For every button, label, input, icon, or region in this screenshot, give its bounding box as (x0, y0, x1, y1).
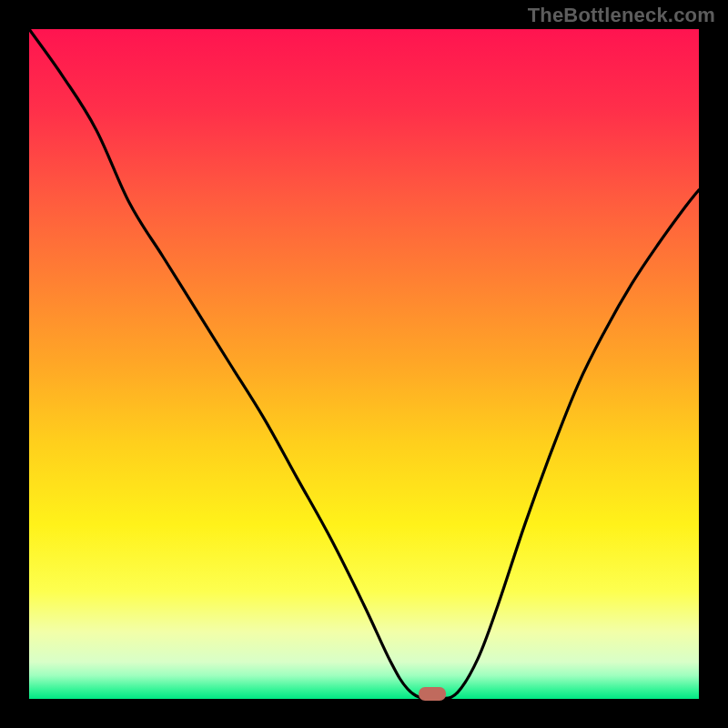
watermark-text: TheBottleneck.com (528, 4, 715, 27)
plot-background (29, 29, 699, 699)
bottleneck-chart (0, 0, 728, 728)
optimal-marker (419, 687, 446, 701)
chart-frame: TheBottleneck.com (0, 0, 728, 728)
